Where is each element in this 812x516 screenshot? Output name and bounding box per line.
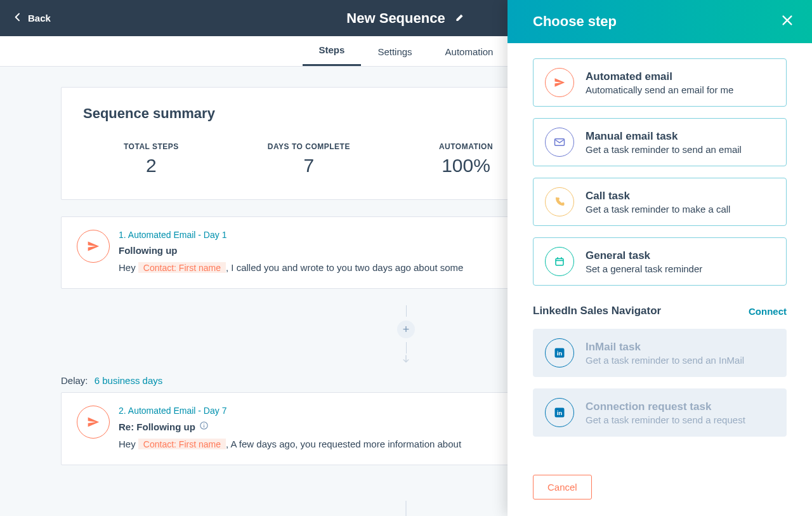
add-step-button[interactable]: + (397, 321, 415, 338)
pencil-icon[interactable] (455, 12, 466, 25)
calendar-icon (545, 247, 574, 276)
send-icon (77, 230, 110, 263)
phone-icon (545, 187, 574, 216)
send-icon (77, 406, 110, 439)
close-icon[interactable] (780, 13, 794, 30)
connect-link[interactable]: Connect (749, 306, 787, 317)
back-button[interactable]: Back (13, 12, 51, 24)
merge-token: Contact: First name (138, 439, 226, 449)
linkedin-icon (545, 338, 574, 367)
summary-automation: AUTOMATION 100% (439, 142, 493, 176)
option-call-task[interactable]: Call task Get a task reminder to make a … (533, 178, 787, 226)
info-icon[interactable] (199, 421, 209, 432)
page-title: New Sequence (346, 10, 445, 27)
tab-automation[interactable]: Automation (429, 37, 510, 66)
chevron-left-icon (13, 12, 23, 24)
send-icon (545, 68, 574, 97)
delay-value[interactable]: 6 business days (95, 375, 163, 386)
panel-header: Choose step (508, 0, 812, 43)
panel-footer: Cancel (508, 462, 812, 516)
option-general-task[interactable]: General task Set a general task reminder (533, 237, 787, 286)
option-connection-request: Connection request task Get a task remin… (533, 388, 787, 437)
mail-icon (545, 128, 574, 157)
merge-token: Contact: First name (138, 262, 226, 273)
choose-step-panel: Choose step Automated email Automaticall… (508, 0, 812, 516)
summary-total-steps: TOTAL STEPS 2 (124, 142, 179, 176)
back-label: Back (28, 13, 51, 23)
cancel-button[interactable]: Cancel (533, 475, 592, 499)
linkedin-icon (545, 398, 574, 427)
option-inmail-task: InMail task Get a task reminder to send … (533, 329, 787, 377)
linkedin-header: LinkedIn Sales Navigator Connect (533, 305, 787, 317)
panel-title: Choose step (533, 13, 617, 30)
tab-settings[interactable]: Settings (361, 37, 428, 66)
tab-steps[interactable]: Steps (303, 36, 362, 66)
connector-line (406, 501, 407, 516)
option-manual-email[interactable]: Manual email task Get a task reminder to… (533, 118, 787, 166)
option-automated-email[interactable]: Automated email Automatically send an em… (533, 58, 787, 107)
arrow-down-icon (400, 354, 412, 367)
summary-days: DAYS TO COMPLETE 7 (268, 142, 350, 176)
title-wrap: New Sequence (346, 10, 465, 27)
panel-body: Automated email Automatically send an em… (508, 43, 812, 462)
